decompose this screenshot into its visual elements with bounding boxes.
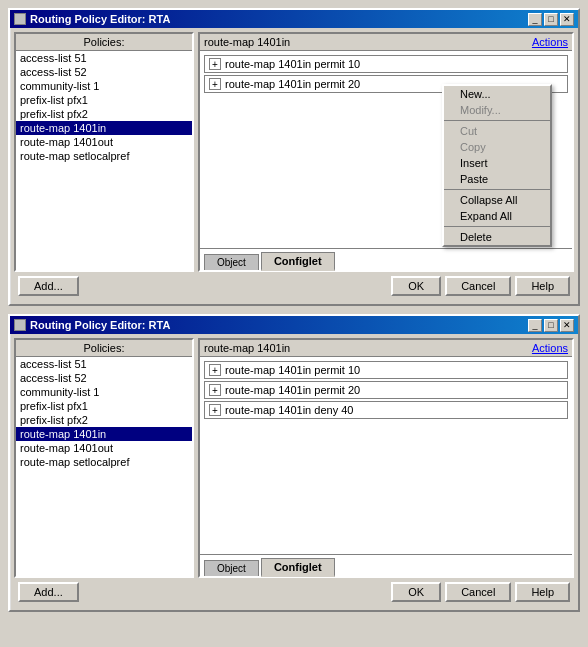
maximize-button-1[interactable]: □ [544, 13, 558, 26]
route-map-title-1: route-map 1401in [204, 36, 290, 48]
title-bar-left-1: Routing Policy Editor: RTA [14, 13, 170, 25]
expand-icon[interactable]: + [209, 404, 221, 416]
menu-separator [444, 189, 550, 190]
policies-header-2: Policies: [16, 340, 192, 357]
btn-group-2: OK Cancel Help [391, 582, 570, 602]
window-2: Routing Policy Editor: RTA _ □ ✕ Policie… [8, 314, 580, 612]
tab-configlet-2[interactable]: Configlet [261, 558, 335, 577]
menu-item-paste[interactable]: Paste [444, 171, 550, 187]
menu-item-modify: Modify... [444, 102, 550, 118]
route-item-label: route-map 1401in permit 10 [225, 58, 360, 70]
cancel-button-1[interactable]: Cancel [445, 276, 511, 296]
route-item-label: route-map 1401in permit 10 [225, 364, 360, 376]
policy-item[interactable]: route-map setlocalpref [16, 455, 192, 469]
route-item[interactable]: + route-map 1401in permit 10 [204, 361, 568, 379]
add-button-1[interactable]: Add... [18, 276, 79, 296]
menu-item-delete[interactable]: Delete [444, 229, 550, 245]
policies-header-1: Policies: [16, 34, 192, 51]
help-button-2[interactable]: Help [515, 582, 570, 602]
add-button-2[interactable]: Add... [18, 582, 79, 602]
title-buttons-1: _ □ ✕ [528, 13, 574, 26]
route-item-label: route-map 1401in permit 20 [225, 78, 360, 90]
policy-item[interactable]: access-list 51 [16, 51, 192, 65]
right-panel-2: route-map 1401in Actions + route-map 140… [198, 338, 574, 578]
main-area-2: Policies: access-list 51 access-list 52 … [14, 338, 574, 578]
expand-icon[interactable]: + [209, 364, 221, 376]
help-button-1[interactable]: Help [515, 276, 570, 296]
close-button-1[interactable]: ✕ [560, 13, 574, 26]
expand-icon[interactable]: + [209, 384, 221, 396]
context-menu-1: New... Modify... Cut Copy Insert Paste C… [442, 84, 552, 247]
tab-configlet-1[interactable]: Configlet [261, 252, 335, 271]
right-panel-header-1: route-map 1401in Actions [200, 34, 572, 51]
menu-item-expand-all[interactable]: Expand All [444, 208, 550, 224]
title-bar-left-2: Routing Policy Editor: RTA [14, 319, 170, 331]
btn-group-1: OK Cancel Help [391, 276, 570, 296]
tab-object-1[interactable]: Object [204, 254, 259, 270]
policy-item[interactable]: access-list 52 [16, 371, 192, 385]
footer-buttons-1: Add... OK Cancel Help [14, 272, 574, 300]
window-1: Routing Policy Editor: RTA _ □ ✕ Policie… [8, 8, 580, 306]
menu-item-insert[interactable]: Insert [444, 155, 550, 171]
policy-item[interactable]: route-map 1401out [16, 441, 192, 455]
minimize-button-1[interactable]: _ [528, 13, 542, 26]
menu-item-cut: Cut [444, 123, 550, 139]
expand-icon[interactable]: + [209, 58, 221, 70]
route-item-label: route-map 1401in deny 40 [225, 404, 353, 416]
footer-buttons-2: Add... OK Cancel Help [14, 578, 574, 606]
policy-item[interactable]: prefix-list pfx2 [16, 107, 192, 121]
policies-list-1[interactable]: access-list 51 access-list 52 community-… [16, 51, 192, 270]
title-bar-1: Routing Policy Editor: RTA _ □ ✕ [10, 10, 578, 28]
policy-item[interactable]: prefix-list pfx1 [16, 399, 192, 413]
ok-button-1[interactable]: OK [391, 276, 441, 296]
window-icon-2 [14, 319, 26, 331]
title-bar-2: Routing Policy Editor: RTA _ □ ✕ [10, 316, 578, 334]
actions-link-1[interactable]: Actions [532, 36, 568, 48]
policy-item-selected[interactable]: route-map 1401in [16, 427, 192, 441]
menu-separator [444, 226, 550, 227]
policy-item[interactable]: community-list 1 [16, 385, 192, 399]
policy-item[interactable]: prefix-list pfx1 [16, 93, 192, 107]
minimize-button-2[interactable]: _ [528, 319, 542, 332]
menu-item-collapse-all[interactable]: Collapse All [444, 192, 550, 208]
close-button-2[interactable]: ✕ [560, 319, 574, 332]
window-title-2: Routing Policy Editor: RTA [30, 319, 170, 331]
cancel-button-2[interactable]: Cancel [445, 582, 511, 602]
bottom-tabs-1: Object Configlet [200, 248, 572, 270]
policy-item[interactable]: community-list 1 [16, 79, 192, 93]
policy-item[interactable]: access-list 51 [16, 357, 192, 371]
route-item[interactable]: + route-map 1401in permit 10 [204, 55, 568, 73]
right-panel-1: route-map 1401in Actions + route-map 140… [198, 32, 574, 272]
ok-button-2[interactable]: OK [391, 582, 441, 602]
policies-panel-2: Policies: access-list 51 access-list 52 … [14, 338, 194, 578]
actions-link-2[interactable]: Actions [532, 342, 568, 354]
policy-item[interactable]: route-map 1401out [16, 135, 192, 149]
maximize-button-2[interactable]: □ [544, 319, 558, 332]
policies-panel-1: Policies: access-list 51 access-list 52 … [14, 32, 194, 272]
policy-item[interactable]: access-list 52 [16, 65, 192, 79]
window-content-1: Policies: access-list 51 access-list 52 … [10, 28, 578, 304]
route-item[interactable]: + route-map 1401in permit 20 [204, 381, 568, 399]
route-item-label: route-map 1401in permit 20 [225, 384, 360, 396]
main-area-1: Policies: access-list 51 access-list 52 … [14, 32, 574, 272]
tab-object-2[interactable]: Object [204, 560, 259, 576]
policy-item[interactable]: route-map setlocalpref [16, 149, 192, 163]
right-panel-header-2: route-map 1401in Actions [200, 340, 572, 357]
route-item[interactable]: + route-map 1401in deny 40 [204, 401, 568, 419]
route-list-2: + route-map 1401in permit 10 + route-map… [200, 357, 572, 554]
bottom-tabs-2: Object Configlet [200, 554, 572, 576]
window-title-1: Routing Policy Editor: RTA [30, 13, 170, 25]
title-buttons-2: _ □ ✕ [528, 319, 574, 332]
policies-list-2[interactable]: access-list 51 access-list 52 community-… [16, 357, 192, 576]
menu-item-new[interactable]: New... [444, 86, 550, 102]
menu-separator [444, 120, 550, 121]
window-icon-1 [14, 13, 26, 25]
menu-item-copy: Copy [444, 139, 550, 155]
expand-icon[interactable]: + [209, 78, 221, 90]
policy-item-selected[interactable]: route-map 1401in [16, 121, 192, 135]
policy-item[interactable]: prefix-list pfx2 [16, 413, 192, 427]
route-map-title-2: route-map 1401in [204, 342, 290, 354]
window-content-2: Policies: access-list 51 access-list 52 … [10, 334, 578, 610]
